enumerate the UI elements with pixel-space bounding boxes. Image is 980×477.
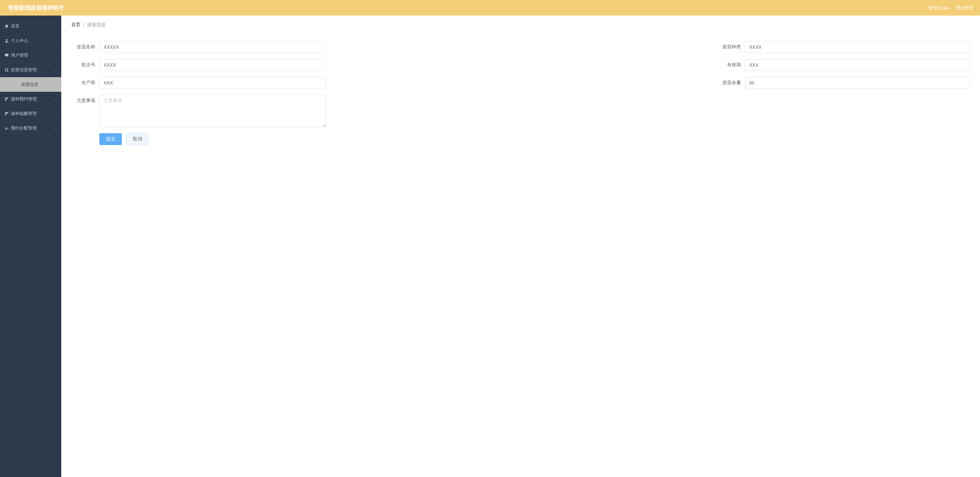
sidebar-item-personal[interactable]: 个人中心 ⌄: [0, 34, 61, 48]
svg-rect-15: [7, 129, 8, 130]
vaccine-type-label: 疫苗种类: [715, 41, 745, 50]
breadcrumb: 首页 / 疫苗信息: [61, 16, 980, 31]
remaining-input[interactable]: [745, 77, 970, 89]
sidebar-item-label: 疫苗信息: [21, 81, 38, 88]
chevron-down-icon: ⌄: [54, 68, 57, 72]
chevron-down-icon: ⌄: [54, 39, 57, 43]
svg-rect-4: [7, 68, 8, 70]
squares-icon: [4, 97, 9, 101]
form-buttons: 提交 取消: [99, 133, 970, 145]
logout-link[interactable]: 退出登录: [956, 5, 974, 11]
sidebar-item-label: 接种预约管理: [11, 96, 37, 102]
chevron-down-icon: ⌄: [54, 53, 57, 57]
header-right: 管理员 abo 退出登录: [928, 5, 974, 11]
header: 智能新冠疫苗接种助手 管理员 abo 退出登录: [0, 0, 980, 16]
breadcrumb-current: 疫苗信息: [87, 22, 106, 28]
svg-rect-1: [5, 54, 8, 56]
svg-rect-9: [5, 99, 6, 101]
sidebar-item-label: 接种提醒管理: [11, 111, 37, 116]
svg-rect-3: [5, 68, 6, 70]
svg-rect-10: [5, 112, 6, 113]
svg-rect-13: [5, 128, 6, 129]
breadcrumb-sep: /: [83, 22, 84, 27]
sidebar-item-label: 首页: [11, 23, 19, 29]
svg-rect-12: [5, 114, 6, 115]
squares-icon: [4, 111, 9, 116]
svg-point-0: [6, 39, 7, 41]
breadcrumb-home[interactable]: 首页: [71, 22, 80, 28]
vaccine-form: 疫苗名称 疫苗种类 批次号 有效期 生产商 疫: [61, 31, 980, 155]
admin-label[interactable]: 管理员 abo: [928, 5, 950, 11]
svg-rect-14: [6, 127, 7, 130]
sidebar-item-user-mgmt[interactable]: 用户管理 ⌄: [0, 48, 61, 62]
notes-label: 注意事项: [71, 95, 99, 104]
bars-icon: [4, 126, 9, 131]
sidebar-item-label: 预约分配管理: [11, 125, 37, 131]
sidebar-item-vaccine-info-mgmt[interactable]: 疫苗信息管理 ⌄: [0, 62, 61, 77]
submit-button[interactable]: 提交: [99, 133, 122, 145]
sidebar-item-label: 个人中心: [11, 38, 28, 44]
valid-date-label: 有效期: [715, 59, 745, 68]
main-content: 首页 / 疫苗信息 疫苗名称 疫苗种类 批次号 有效期: [61, 16, 980, 155]
sidebar-item-label: 疫苗信息管理: [11, 67, 37, 73]
sidebar-item-vaccine-info[interactable]: 疫苗信息: [0, 77, 61, 92]
batch-no-label: 批次号: [71, 59, 99, 68]
svg-rect-7: [5, 97, 6, 99]
svg-rect-11: [6, 112, 8, 113]
app-title: 智能新冠疫苗接种助手: [8, 4, 65, 11]
svg-rect-8: [6, 97, 8, 99]
sidebar-item-home[interactable]: 首页: [0, 19, 61, 34]
monitor-icon: [4, 53, 9, 57]
producer-input[interactable]: [99, 77, 326, 89]
sidebar-item-reminder-mgmt[interactable]: 接种提醒管理 ⌄: [0, 106, 61, 121]
sidebar-item-label: 用户管理: [11, 52, 28, 58]
sidebar: 首页 个人中心 ⌄ 用户管理 ⌄ 疫苗信息管理 ⌄ 疫苗信息 接种预约管理 ⌄ …: [0, 16, 61, 155]
chevron-down-icon: ⌄: [54, 112, 57, 116]
svg-rect-6: [7, 70, 8, 72]
chevron-down-icon: ⌄: [54, 126, 57, 131]
remaining-label: 疫苗余量: [715, 77, 745, 86]
grid-icon: [4, 68, 9, 72]
vaccine-name-input[interactable]: [99, 41, 326, 53]
sidebar-item-allocation-mgmt[interactable]: 预约分配管理 ⌄: [0, 121, 61, 136]
sidebar-item-appointment-mgmt[interactable]: 接种预约管理 ⌄: [0, 92, 61, 106]
svg-rect-5: [5, 70, 6, 72]
cancel-button[interactable]: 取消: [126, 133, 149, 145]
vaccine-name-label: 疫苗名称: [71, 41, 99, 50]
user-icon: [4, 38, 9, 43]
svg-rect-2: [6, 57, 7, 57]
vaccine-type-input[interactable]: [745, 41, 970, 53]
valid-date-input[interactable]: [745, 59, 970, 71]
notes-textarea[interactable]: [99, 95, 326, 127]
home-icon: [4, 24, 9, 29]
producer-label: 生产商: [71, 77, 99, 86]
batch-no-input[interactable]: [99, 59, 326, 71]
chevron-down-icon: ⌄: [54, 97, 57, 101]
